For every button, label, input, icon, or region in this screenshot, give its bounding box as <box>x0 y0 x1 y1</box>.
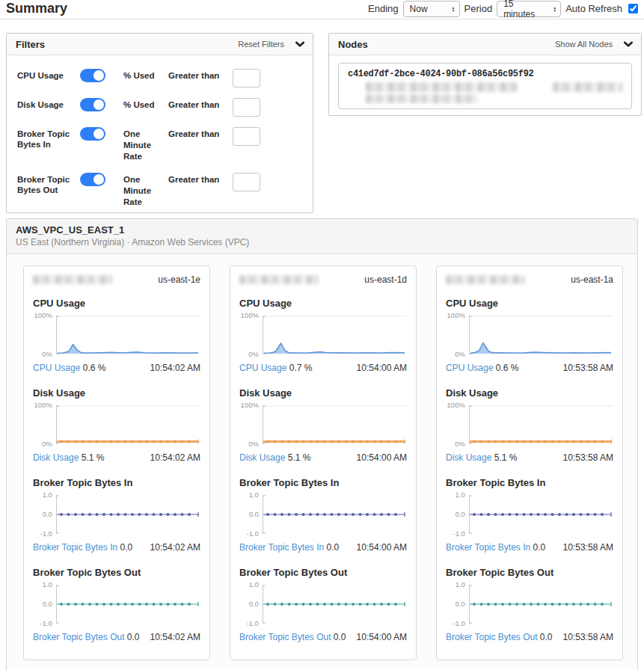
filter-value-input[interactable] <box>233 173 260 191</box>
chart-title: Broker Topic Bytes In <box>446 477 613 488</box>
filter-metric: % Used <box>123 69 168 82</box>
chart-title: CPU Usage <box>33 298 200 309</box>
cluster-name: AWS_VPC_US_EAST_1 <box>16 224 628 236</box>
filter-label: CPU Usage <box>17 69 80 81</box>
metric-link[interactable]: Broker Topic Bytes In <box>446 542 530 553</box>
select-arrows-icon: ▲▼ <box>553 6 556 12</box>
redacted-text <box>366 94 478 103</box>
filter-label: Disk Usage <box>17 98 80 110</box>
chart-title: Broker Topic Bytes Out <box>239 567 407 578</box>
filter-value-input[interactable] <box>233 98 260 117</box>
metric-link[interactable]: Broker Topic Bytes Out <box>239 632 331 642</box>
filter-row-cpu: CPU Usage % Used Greater than <box>7 61 313 90</box>
y-axis-tick: 0.0 <box>43 600 52 608</box>
chart-timestamp: 10:54:02 AM <box>150 542 200 553</box>
filter-value-input[interactable] <box>233 127 260 146</box>
filter-toggle[interactable] <box>80 98 105 111</box>
chevron-down-icon[interactable] <box>295 39 305 49</box>
cpu-usage-chart: CPU Usage 100% 0% CPU Usage 0.6 % 10:54:… <box>33 298 200 373</box>
metric-value: 0.0 <box>127 632 140 642</box>
y-axis-tick: 1.0 <box>456 581 465 588</box>
reset-filters-link[interactable]: Reset Filters <box>238 40 284 49</box>
sparkline-plot <box>469 495 613 534</box>
filter-toggle[interactable] <box>80 127 105 141</box>
broker-topic-bytes-out-chart: Broker Topic Bytes Out 1.0 0.0 -1.0 Brok… <box>33 567 200 642</box>
toggle-knob <box>93 99 104 110</box>
filters-title: Filters <box>16 39 45 50</box>
y-axis-tick: 1.0 <box>249 491 259 499</box>
metric-link[interactable]: CPU Usage <box>239 363 286 373</box>
chart-title: Disk Usage <box>239 387 407 399</box>
filter-row-bytes-in: Broker Topic Bytes In One Minute Rate Gr… <box>7 120 313 165</box>
sparkline-plot <box>263 495 407 534</box>
ending-select[interactable]: Now ▲▼ <box>403 1 460 17</box>
metric-link[interactable]: CPU Usage <box>33 363 80 373</box>
broker-topic-bytes-out-chart: Broker Topic Bytes Out 1.0 0.0 -1.0 Brok… <box>446 567 613 642</box>
metric-link[interactable]: Broker Topic Bytes In <box>239 542 324 553</box>
chart-title: Broker Topic Bytes Out <box>446 567 613 578</box>
node-card: us-east-1a CPU Usage 100% 0% CPU Usage 0… <box>436 265 623 660</box>
sparkline-plot <box>56 585 200 624</box>
chart-timestamp: 10:54:02 AM <box>150 363 200 373</box>
chart-title: Broker Topic Bytes In <box>33 477 200 488</box>
period-select-value: 15 minutes <box>503 0 547 19</box>
metric-link[interactable]: Disk Usage <box>239 452 285 463</box>
filter-value-input[interactable] <box>233 69 260 87</box>
page-title: Summary <box>6 1 67 16</box>
y-axis-tick: 0% <box>455 351 465 358</box>
chart-title: Disk Usage <box>33 387 200 399</box>
y-axis-tick: 100% <box>34 402 52 409</box>
filter-metric: % Used <box>123 98 168 111</box>
metric-link[interactable]: CPU Usage <box>446 363 493 373</box>
period-select[interactable]: 15 minutes ▲▼ <box>497 1 561 17</box>
sparkline-plot <box>469 405 613 444</box>
sparkline-plot <box>263 316 407 354</box>
show-all-nodes-link[interactable]: Show All Nodes <box>555 40 613 49</box>
chart-timestamp: 10:53:58 AM <box>563 452 613 463</box>
node-list-item[interactable]: c41ed7df-2bce-4024-90bf-086a56c95f92 <box>338 63 632 109</box>
metric-value: 0.6 % <box>83 363 106 373</box>
cluster-section: AWS_VPC_US_EAST_1 US East (Northern Virg… <box>6 218 638 670</box>
y-axis-tick: -1.0 <box>453 530 465 538</box>
y-axis-tick: 1.0 <box>43 491 52 499</box>
sparkline-plot <box>263 405 407 444</box>
chevron-down-icon[interactable] <box>623 39 634 49</box>
metric-link[interactable]: Broker Topic Bytes In <box>33 542 117 553</box>
redacted-node-name <box>33 275 112 284</box>
node-id: c41ed7df-2bce-4024-90bf-086a56c95f92 <box>348 69 622 79</box>
metric-value: 5.1 % <box>288 452 311 463</box>
y-axis-tick: 0.0 <box>249 511 259 518</box>
toggle-knob <box>93 70 104 81</box>
filters-panel: Filters Reset Filters CPU Usage % Used G… <box>6 33 313 213</box>
metric-link[interactable]: Broker Topic Bytes Out <box>33 632 125 642</box>
sparkline-plot <box>469 316 613 354</box>
cluster-subtitle: US East (Northern Virginia) · Amazon Web… <box>16 237 628 248</box>
filter-toggle[interactable] <box>80 173 105 186</box>
disk-usage-chart: Disk Usage 100% 0% Disk Usage 5.1 % 10:5… <box>446 387 613 463</box>
nodes-title: Nodes <box>338 39 368 50</box>
metric-link[interactable]: Broker Topic Bytes Out <box>446 632 538 642</box>
chart-timestamp: 10:54:00 AM <box>357 542 407 553</box>
filter-toggle[interactable] <box>80 69 105 82</box>
select-arrows-icon: ▲▼ <box>452 6 456 12</box>
y-axis-tick: 100% <box>241 312 259 319</box>
filter-condition: Greater than <box>168 173 233 185</box>
filter-row-disk: Disk Usage % Used Greater than <box>7 90 313 120</box>
chart-timestamp: 10:54:00 AM <box>357 632 407 642</box>
y-axis-tick: 1.0 <box>43 581 52 588</box>
auto-refresh-checkbox[interactable] <box>628 4 638 13</box>
metric-link[interactable]: Disk Usage <box>33 452 79 463</box>
sparkline-plot <box>469 585 613 624</box>
y-axis-tick: -1.0 <box>247 530 259 538</box>
y-axis-tick: 0% <box>248 351 259 358</box>
chart-timestamp: 10:54:02 AM <box>150 452 200 463</box>
metric-value: 0.0 <box>327 542 340 553</box>
metric-link[interactable]: Disk Usage <box>446 452 491 463</box>
metric-value: 0.0 <box>540 632 553 642</box>
y-axis-tick: 0% <box>42 440 52 448</box>
availability-zone-label: us-east-1a <box>571 274 613 285</box>
node-card-header: us-east-1e <box>33 274 200 285</box>
filters-body: CPU Usage % Used Greater than Disk Usage… <box>7 55 313 211</box>
chart-title: Broker Topic Bytes In <box>239 477 407 488</box>
toggle-knob <box>93 129 104 139</box>
